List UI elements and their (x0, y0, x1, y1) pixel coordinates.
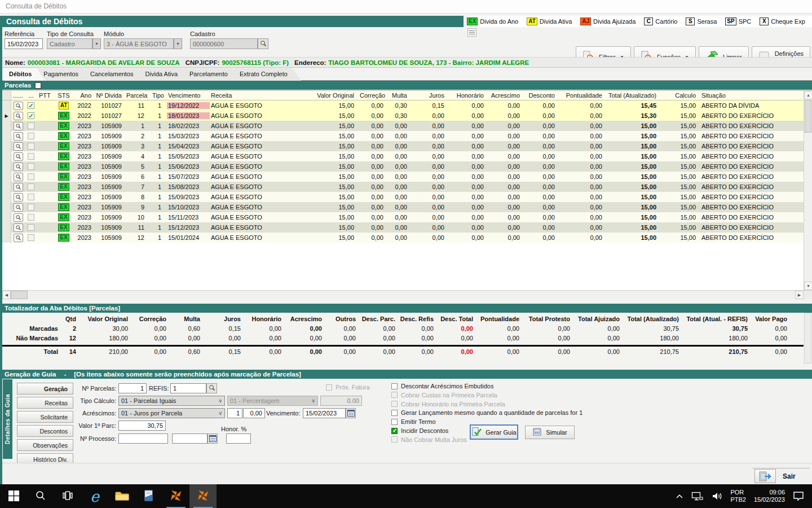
erp-app-button[interactable] (162, 484, 189, 508)
cadastro-search-button[interactable] (258, 38, 268, 49)
column-header-sts[interactable]: STS (54, 92, 73, 99)
scroll-right-button[interactable]: ▶ (795, 291, 804, 299)
row-detail-search-button[interactable] (14, 234, 23, 242)
erp-app-active-window-button[interactable] (189, 484, 217, 508)
checkbox-cobrar-custas-na-primeira-parcela[interactable]: Cobrar Custas na Primeira Parcela (391, 392, 497, 398)
column-header-calculo[interactable]: Calculo (664, 92, 698, 99)
valor-primeira-parcela-input[interactable]: 30,75 (118, 421, 166, 431)
tray-chevron-up-icon[interactable] (676, 493, 683, 499)
gerar-guia-button[interactable]: Gerar Guia (470, 424, 518, 440)
table-row[interactable]: EX202310590912115/01/2024AGUA E ESGOTO15… (2, 233, 804, 243)
table-row[interactable]: EX20231059091118/02/2023AGUA E ESGOTO15,… (2, 121, 804, 131)
scroll-left-button[interactable]: ◀ (2, 291, 11, 299)
percentagem-value-input[interactable]: 0.00 (320, 396, 362, 406)
row-checkbox[interactable] (28, 173, 34, 180)
modulo-input[interactable]: 3 - ÁGUA E ESGOTO (104, 38, 174, 49)
row-checkbox[interactable] (28, 194, 34, 200)
row-checkbox[interactable] (28, 214, 34, 221)
acrescimos-qtd-input[interactable]: 1 (227, 408, 242, 418)
row-detail-search-button[interactable] (14, 112, 23, 120)
checkbox-box[interactable] (391, 419, 398, 425)
row-detail-search-button[interactable] (14, 183, 23, 191)
acrescimos-valor-input[interactable]: 0,00 (243, 408, 265, 418)
row-checkbox[interactable] (28, 163, 34, 170)
row-detail-search-button[interactable] (14, 224, 23, 232)
tipo-consulta-input[interactable]: Cadastro (47, 38, 92, 49)
row-checkbox[interactable]: ✓ (28, 112, 34, 119)
column-header-pontualidade[interactable]: Pontualidade (559, 92, 608, 99)
row-detail-search-button[interactable] (14, 173, 23, 181)
checkbox-box[interactable] (391, 383, 398, 389)
column-header-honorario[interactable]: Honorário (453, 92, 488, 99)
horizontal-scrollbar[interactable]: ◀ ▶ (2, 290, 812, 299)
processo-data-input[interactable] (172, 433, 208, 444)
row-checkbox[interactable] (28, 224, 34, 231)
tipo-consulta-dropdown-button[interactable]: ▼ (92, 38, 101, 49)
row-detail-search-button[interactable] (14, 163, 23, 171)
row-detail-search-button[interactable] (14, 102, 23, 110)
processo-calendar-button[interactable] (208, 433, 218, 444)
task-view-button[interactable] (54, 484, 81, 508)
honorario-percent-input[interactable] (226, 433, 251, 444)
network-icon[interactable] (691, 492, 704, 501)
vencimento-calendar-button[interactable] (346, 408, 356, 418)
checkbox-box[interactable] (391, 401, 398, 407)
column-header-ano[interactable]: Ano (73, 92, 95, 99)
checkbox-gerar-lancamento-mesmo-quando-a-quantida[interactable]: Gerar Lançamento mesmo quando a quantida… (391, 409, 582, 416)
sair-button[interactable]: Sair (752, 468, 810, 484)
internet-explorer-button[interactable]: e (81, 484, 108, 508)
cadastro-options-button[interactable] (467, 28, 476, 37)
row-detail-search-button[interactable] (14, 142, 23, 151)
column-header-juros[interactable]: Juros (409, 92, 453, 99)
start-button[interactable] (0, 484, 27, 508)
notes-app-button[interactable] (135, 484, 162, 508)
row-checkbox[interactable] (28, 122, 34, 129)
vencimento-input[interactable]: 15/02/2023 (303, 408, 346, 418)
checkbox-box[interactable] (391, 428, 398, 434)
checkbox-box[interactable] (391, 410, 398, 416)
n-parcelas-input[interactable]: 1 (118, 383, 147, 393)
cadastro-input[interactable]: 000000600 (190, 38, 258, 49)
table-row[interactable]: EX20231059093115/04/2023AGUA E ESGOTO15,… (2, 141, 804, 151)
row-checkbox[interactable] (28, 143, 34, 150)
table-row[interactable]: EX20231059092115/03/2023AGUA E ESGOTO15,… (2, 131, 804, 141)
row-detail-search-button[interactable] (14, 152, 23, 161)
simular-button[interactable]: Simular (525, 426, 575, 439)
column-header-tipo[interactable]: Tipo (152, 92, 167, 99)
table-row[interactable]: ✓AT202210102711119/12/2022AGUA E ESGOTO1… (2, 100, 804, 111)
column-header-correcao[interactable]: Correção (360, 92, 386, 99)
vertical-scrollbar[interactable]: ▲ ▼ (804, 91, 812, 290)
scroll-down-button[interactable]: ▼ (804, 282, 812, 290)
row-detail-search-button[interactable] (14, 193, 23, 202)
refis-search-button[interactable] (206, 383, 217, 393)
referencia-input[interactable]: 15/02/2023 (5, 38, 43, 49)
tab-pagamentos[interactable]: Pagamentos (38, 68, 92, 81)
column-header-vencimento[interactable]: Vencimento (167, 92, 210, 99)
n-processo-input[interactable] (118, 433, 168, 444)
row-checkbox[interactable]: ✓ (28, 102, 34, 109)
percentagem-select[interactable]: 01 - Percentagem∨ (227, 396, 318, 406)
acrescimos-select[interactable]: 01 - Juros por Parcela∨ (118, 408, 225, 418)
column-header-parcela[interactable]: Parcela (126, 92, 152, 99)
checkbox-emitir-termo[interactable]: Emitir Termo (391, 418, 436, 425)
tab-parcelamento[interactable]: Parcelamento (184, 68, 241, 81)
tab-extrato-completo[interactable]: Extrato Completo (234, 68, 301, 81)
column-header-dots[interactable]: ... (25, 92, 37, 99)
table-row[interactable]: ▶✓EX202210102712118/01/2023AGUA E ESGOTO… (2, 111, 804, 121)
row-checkbox[interactable] (28, 204, 34, 211)
checkbox-nao-cobrar-multa-juros[interactable]: Não Cobrar Multa Juros (391, 436, 467, 443)
column-header-ptt[interactable]: PTT (37, 92, 54, 99)
column-header-dots[interactable]: ...... (11, 92, 25, 99)
prox-fatura-checkbox-item[interactable]: Próx. Fatura (326, 384, 370, 391)
tab-cancelamentos[interactable]: Cancelamentos (85, 68, 147, 81)
table-row[interactable]: EX20231059098115/09/2023AGUA E ESGOTO15,… (2, 192, 804, 202)
language-indicator[interactable]: PORPTB2 (730, 489, 746, 503)
column-header-desconto[interactable]: Desconto (524, 92, 559, 99)
column-header-total-atualizado[interactable]: Total (Atualizado) (608, 92, 664, 99)
file-explorer-button[interactable] (108, 484, 135, 508)
column-header-acrescimo[interactable]: Acrescimo (488, 92, 524, 99)
checkbox-box[interactable] (391, 436, 398, 443)
row-detail-search-button[interactable] (14, 132, 23, 141)
horizontal-scroll-track[interactable] (28, 291, 795, 299)
speaker-icon[interactable] (712, 492, 722, 501)
